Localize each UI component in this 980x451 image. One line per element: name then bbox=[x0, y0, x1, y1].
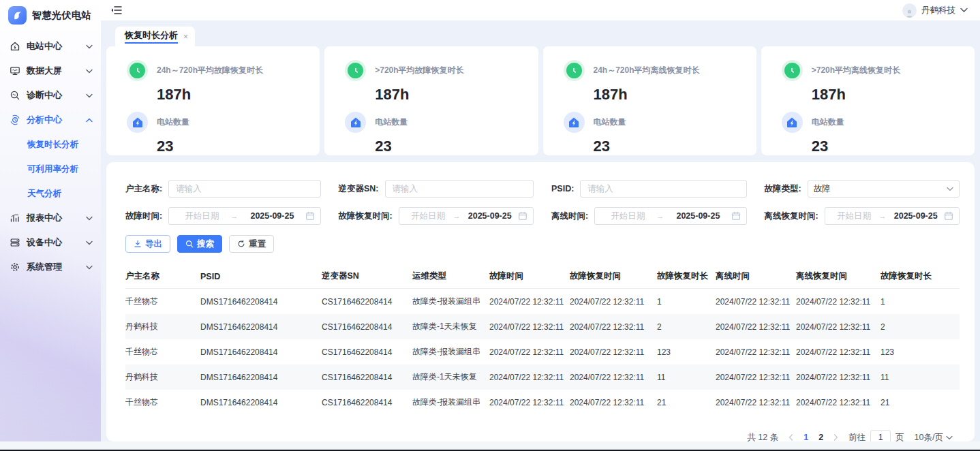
cell: 千丝物芯 bbox=[125, 289, 200, 315]
range-arrow-icon: → bbox=[229, 212, 239, 220]
sidebar-item-device-center[interactable]: 设备中心 bbox=[0, 230, 101, 255]
cell: 123 bbox=[881, 339, 960, 364]
user-menu[interactable]: 丹鹤科技 bbox=[902, 3, 968, 18]
offline-time-range-picker[interactable]: 开始日期 → 2025-09-25 bbox=[594, 207, 746, 225]
calendar-icon bbox=[944, 211, 953, 221]
cell: 1 bbox=[881, 289, 960, 315]
app-title: 智慧光伏电站 bbox=[32, 10, 91, 22]
cell: 21 bbox=[657, 390, 716, 415]
cell: 2024/07/22 12:32:11 bbox=[716, 390, 796, 415]
prev-page-button[interactable] bbox=[788, 434, 793, 441]
page-1-button[interactable]: 1 bbox=[803, 433, 808, 442]
analysis-icon bbox=[10, 114, 20, 125]
filter-offline-time: 离线时间: 开始日期 → 2025-09-25 bbox=[551, 207, 747, 225]
clock-icon bbox=[564, 60, 585, 81]
fault-type-select[interactable]: 故障 bbox=[808, 180, 960, 198]
filter-fault-type: 故障类型: 故障 bbox=[765, 180, 960, 198]
cell: CS1716462208414 bbox=[322, 289, 412, 315]
sidebar-item-label: 电站中心 bbox=[27, 40, 62, 52]
filter-label: 故障恢复时间: bbox=[339, 211, 393, 222]
cell: 2024/07/22 12:32:11 bbox=[796, 339, 881, 364]
date-start-placeholder: 开始日期 bbox=[831, 211, 878, 222]
sidebar-subitem-recovery-duration[interactable]: 恢复时长分析 bbox=[0, 132, 101, 157]
cell: 2024/07/22 12:32:11 bbox=[489, 390, 570, 415]
inverter-sn-input[interactable] bbox=[385, 180, 534, 198]
refresh-icon bbox=[237, 240, 245, 248]
tab-close-icon[interactable]: × bbox=[183, 33, 188, 41]
export-button[interactable]: 导出 bbox=[125, 235, 170, 253]
cell: 1 bbox=[657, 289, 716, 315]
offline-recover-time-range-picker[interactable]: 开始日期 → 2025-09-25 bbox=[825, 207, 960, 225]
filter-fault-time: 故障时间: 开始日期 → 2025-09-25 bbox=[125, 207, 321, 225]
cell: CS1716462208414 bbox=[322, 314, 412, 339]
search-button[interactable]: 搜索 bbox=[177, 235, 222, 253]
card-value: 187h bbox=[812, 86, 975, 104]
card-station-value: 23 bbox=[812, 138, 975, 155]
cell: 11 bbox=[657, 364, 716, 390]
cell: CS1716462208414 bbox=[322, 339, 412, 364]
fault-recover-time-range-picker[interactable]: 开始日期 → 2025-09-25 bbox=[399, 207, 534, 225]
cell: 2 bbox=[881, 314, 960, 339]
app-root: 智慧光伏电站 电站中心 数据大屏 诊断中心 分析中心 bbox=[0, 0, 980, 451]
sidebar-item-analysis-center[interactable]: 分析中心 bbox=[0, 108, 101, 132]
calendar-icon bbox=[518, 211, 527, 221]
cell: 2024/07/22 12:32:11 bbox=[489, 364, 570, 390]
sidebar-item-data-screen[interactable]: 数据大屏 bbox=[0, 59, 101, 83]
cell: 2024/07/22 12:32:11 bbox=[716, 314, 796, 339]
sidebar-collapse-button[interactable] bbox=[110, 5, 123, 16]
reset-button[interactable]: 重置 bbox=[229, 235, 274, 253]
cell: DMS1716462208414 bbox=[200, 289, 322, 315]
cell: DMS1716462208414 bbox=[200, 390, 322, 415]
chevron-down-icon bbox=[86, 93, 93, 98]
sidebar-item-system-management[interactable]: 系统管理 bbox=[0, 255, 101, 279]
sidebar-item-diagnosis-center[interactable]: 诊断中心 bbox=[0, 83, 101, 108]
filter-label: 离线时间: bbox=[551, 211, 588, 222]
filter-label: PSID: bbox=[551, 184, 574, 193]
cell: CS1716462208414 bbox=[322, 390, 412, 415]
topbar: 丹鹤科技 bbox=[101, 0, 980, 20]
card-station-label: 电站数量 bbox=[157, 116, 189, 128]
chevron-down-icon bbox=[86, 44, 93, 49]
clock-icon bbox=[782, 60, 803, 81]
date-start-placeholder: 开始日期 bbox=[405, 211, 452, 222]
station-count-icon bbox=[127, 112, 148, 133]
sidebar-item-label: 系统管理 bbox=[27, 261, 62, 273]
page-2-button[interactable]: 2 bbox=[818, 433, 823, 442]
cell: 2024/07/22 12:32:11 bbox=[716, 364, 796, 390]
date-start-placeholder: 开始日期 bbox=[600, 211, 655, 222]
next-page-button[interactable] bbox=[833, 434, 838, 441]
cell: 2024/07/22 12:32:11 bbox=[716, 289, 796, 315]
filter-label: 故障时间: bbox=[125, 211, 162, 222]
owner-name-input[interactable] bbox=[168, 180, 320, 198]
filter-label: 逆变器SN: bbox=[339, 183, 379, 195]
cell: 故障类-1天未恢复 bbox=[412, 314, 489, 339]
chevron-down-icon bbox=[86, 69, 93, 74]
cell: 2024/07/22 12:32:11 bbox=[796, 314, 881, 339]
card-title: 24h～720h平均故障恢复时长 bbox=[157, 65, 263, 76]
stat-card-fault-24-720: 24h～720h平均故障恢复时长 187h 电站数量 23 bbox=[106, 46, 320, 155]
fault-time-range-picker[interactable]: 开始日期 → 2025-09-25 bbox=[168, 207, 320, 225]
cell: 故障类-报装漏组串 bbox=[412, 289, 489, 315]
psid-input[interactable] bbox=[580, 180, 746, 198]
cell: 故障类-报装漏组串 bbox=[412, 390, 489, 415]
filter-fault-recover-time: 故障恢复时间: 开始日期 → 2025-09-25 bbox=[339, 207, 534, 225]
station-count-icon bbox=[345, 112, 366, 133]
card-station-value: 23 bbox=[157, 138, 320, 155]
calendar-icon bbox=[731, 211, 741, 221]
clock-icon bbox=[345, 60, 366, 81]
tab-recovery-duration-analysis[interactable]: 恢复时长分析 × bbox=[115, 27, 195, 46]
cell: 11 bbox=[881, 364, 960, 390]
sidebar-subitem-weather[interactable]: 天气分析 bbox=[0, 181, 101, 206]
gear-icon bbox=[10, 262, 20, 273]
sidebar-item-station-center[interactable]: 电站中心 bbox=[0, 34, 101, 59]
cell: 丹鹤科技 bbox=[125, 364, 200, 390]
cell: 2024/07/22 12:32:11 bbox=[796, 289, 881, 315]
table-row: 千丝物芯DMS1716462208414CS1716462208414故障类-报… bbox=[125, 390, 960, 415]
cell: DMS1716462208414 bbox=[200, 339, 322, 364]
station-icon bbox=[10, 41, 20, 52]
cell: 21 bbox=[881, 390, 960, 415]
sidebar-subitem-availability[interactable]: 可利用率分析 bbox=[0, 157, 101, 181]
chevron-down-icon bbox=[86, 265, 93, 270]
sidebar-item-report-center[interactable]: 报表中心 bbox=[0, 206, 101, 230]
device-icon bbox=[10, 237, 20, 248]
